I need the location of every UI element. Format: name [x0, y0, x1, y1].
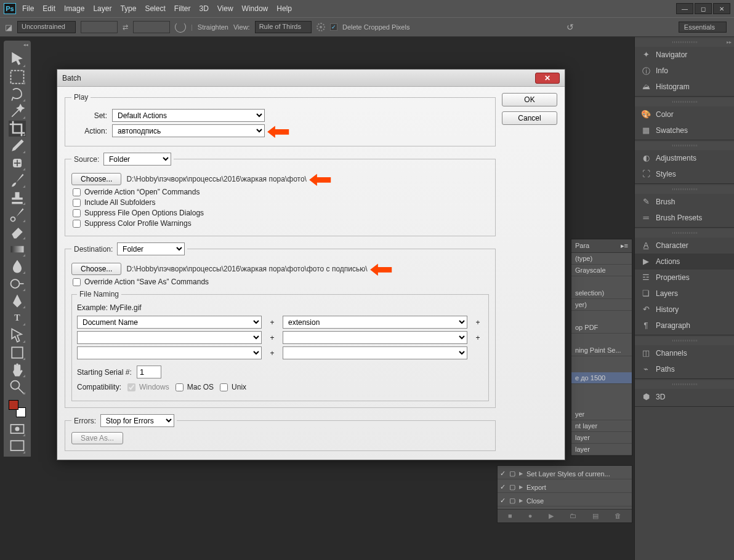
blur-tool[interactable] [9, 258, 26, 274]
cancel-button[interactable]: Cancel [502, 111, 557, 125]
naming-field-1[interactable]: Document Name [77, 316, 262, 329]
panel-actions[interactable]: ▶Actions [635, 254, 734, 270]
pen-tool[interactable] [9, 293, 26, 309]
panel-brush[interactable]: ✎Brush [635, 194, 734, 210]
serial-input[interactable] [137, 366, 161, 378]
menu-help[interactable]: Help [276, 4, 292, 13]
action-item-selected[interactable]: e до 1500 [571, 372, 632, 384]
reset-icon[interactable] [175, 22, 186, 33]
menu-3d[interactable]: 3D [199, 4, 208, 13]
gear-icon[interactable] [317, 23, 325, 31]
override-open-checkbox[interactable]: Override Action “Open” Commands [73, 188, 489, 196]
view-dropdown[interactable]: Rule of Thirds [255, 21, 312, 33]
action-item[interactable]: layer [571, 444, 632, 455]
ok-button[interactable]: OK [502, 93, 557, 106]
suppress-color-checkbox[interactable]: Suppress Color Profile Warnings [73, 219, 489, 228]
dodge-tool[interactable] [9, 276, 26, 292]
naming-field-2[interactable]: extension [283, 316, 467, 329]
compat-mac-checkbox[interactable]: Mac OS [175, 383, 214, 391]
heal-tool[interactable] [9, 155, 26, 171]
panel-paths[interactable]: ⌁Paths [635, 361, 734, 377]
tools-collapse[interactable] [4, 41, 31, 49]
marquee-tool[interactable] [9, 69, 26, 85]
panel-brush-presets[interactable]: ═Brush Presets [635, 210, 734, 226]
swap-icon[interactable]: ⇄ [123, 23, 128, 31]
source-choose-button[interactable]: Choose... [71, 173, 121, 185]
eraser-tool[interactable] [9, 224, 26, 240]
color-swatches[interactable] [9, 400, 26, 417]
width-input[interactable] [81, 21, 118, 33]
workspace-dropdown[interactable]: Essentials [679, 22, 727, 33]
type-tool[interactable]: T [9, 310, 26, 326]
close-button[interactable]: ✕ [713, 3, 730, 14]
panel-history[interactable]: ↶History [635, 302, 734, 318]
naming-field-4[interactable] [283, 331, 467, 344]
panel-layers[interactable]: ❏Layers [635, 286, 734, 302]
naming-field-3[interactable] [77, 331, 262, 344]
stamp-tool[interactable] [9, 190, 26, 206]
panel-character[interactable]: ACharacter [635, 238, 734, 254]
play-icon[interactable]: ▶ [549, 512, 554, 520]
action-item[interactable]: op PDF [571, 322, 632, 334]
menu-view[interactable]: View [217, 4, 233, 13]
zoom-tool[interactable] [9, 379, 26, 395]
panel-properties[interactable]: ☲Properties [635, 270, 734, 286]
naming-field-6[interactable] [283, 346, 467, 359]
menu-edit[interactable]: Edit [42, 4, 55, 13]
action-item[interactable]: yer) [571, 299, 632, 311]
menu-file[interactable]: File [22, 4, 34, 13]
menu-type[interactable]: Type [120, 4, 136, 13]
quickmask-tool[interactable] [9, 421, 26, 437]
destination-dropdown[interactable]: Folder [117, 242, 185, 255]
dialog-titlebar[interactable]: Batch ✕ [57, 70, 565, 87]
reset-view-icon[interactable]: ↺ [567, 22, 574, 32]
naming-field-5[interactable] [77, 346, 262, 359]
wand-tool[interactable] [9, 103, 26, 119]
action-item[interactable]: (type) [571, 253, 632, 265]
stop-icon[interactable]: ■ [508, 512, 512, 520]
crop-tool[interactable] [9, 121, 26, 137]
action-item[interactable]: selection) [571, 287, 632, 299]
screenmode-tool[interactable] [9, 438, 26, 454]
new-icon[interactable]: ▤ [592, 512, 599, 520]
action-item[interactable]: layer [571, 432, 632, 444]
panel-histogram[interactable]: ⛰Histogram [635, 79, 734, 95]
action-item[interactable]: nt layer [571, 420, 632, 432]
record-icon[interactable]: ● [528, 512, 533, 520]
shape-tool[interactable] [9, 345, 26, 361]
panel-paragraph[interactable]: ¶Paragraph [635, 318, 734, 334]
suppress-open-checkbox[interactable]: Suppress File Open Options Dialogs [73, 209, 489, 217]
panel-navigator[interactable]: ✦Navigator [635, 47, 734, 63]
trash-icon[interactable]: 🗑 [615, 512, 621, 520]
lasso-tool[interactable] [9, 86, 26, 102]
dialog-close-button[interactable]: ✕ [535, 73, 560, 84]
straighten-button[interactable]: Straighten [198, 23, 228, 31]
panel-channels[interactable]: ◫Channels [635, 345, 734, 361]
action-item[interactable]: Grayscale [571, 265, 632, 276]
source-dropdown[interactable]: Folder [103, 153, 171, 166]
menu-image[interactable]: Image [64, 4, 84, 13]
collapse-panels-icon[interactable]: ▸▸ [727, 39, 732, 45]
panel-color[interactable]: 🎨Color [635, 106, 734, 122]
maximize-button[interactable]: ◻ [695, 3, 712, 14]
hand-tool[interactable] [9, 362, 26, 378]
include-subfolders-checkbox[interactable]: Include All Subfolders [73, 198, 489, 207]
brush-tool[interactable] [9, 172, 26, 188]
panel-3d[interactable]: ⬢3D [635, 389, 734, 405]
gradient-tool[interactable] [9, 241, 26, 257]
menu-filter[interactable]: Filter [174, 4, 191, 13]
menu-layer[interactable]: Layer [93, 4, 111, 13]
errors-dropdown[interactable]: Stop for Errors [100, 414, 174, 427]
folder-icon[interactable]: 🗀 [570, 512, 576, 520]
menu-select[interactable]: Select [145, 4, 165, 13]
constrain-dropdown[interactable]: Unconstrained [17, 21, 76, 33]
height-input[interactable] [133, 21, 170, 33]
menu-window[interactable]: Window [242, 4, 268, 13]
set-dropdown[interactable]: Default Actions [112, 109, 265, 122]
dest-choose-button[interactable]: Choose... [71, 263, 121, 275]
panel-swatches[interactable]: ▦Swatches [635, 122, 734, 138]
panel-adjustments[interactable]: ◐Adjustments [635, 150, 734, 166]
move-tool[interactable] [9, 52, 26, 68]
actions-tab-label[interactable]: Para [575, 242, 589, 250]
panel-info[interactable]: ⓘInfo [635, 63, 734, 79]
